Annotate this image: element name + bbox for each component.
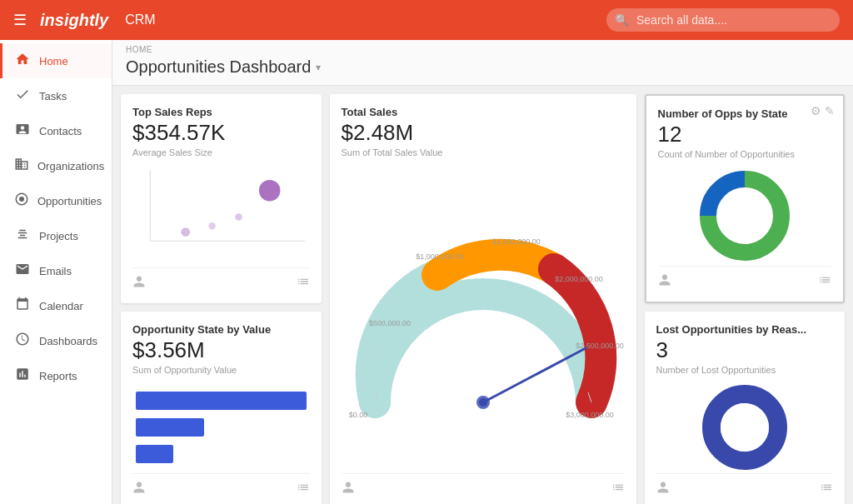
svg-text:$500,000.00: $500,000.00 [368, 319, 410, 327]
emails-icon [14, 262, 31, 280]
total-sales-person-icon[interactable] [342, 481, 355, 497]
total-sales-list-icon[interactable] [611, 481, 625, 497]
lost-opps-person-icon[interactable] [656, 481, 670, 497]
home-icon [14, 52, 31, 70]
sidebar-item-dashboards[interactable]: Dashboards [0, 323, 112, 358]
hbar-row-2 [136, 418, 307, 437]
top-sales-subtitle: Average Sales Size [132, 147, 310, 157]
sidebar-label-tasks: Tasks [39, 90, 67, 102]
opps-state-title: Number of Opps by State [658, 107, 832, 120]
dashboard-grid: Top Sales Reps $354.57K Average Sales Si… [112, 86, 853, 504]
lost-opps-donut-area [656, 382, 834, 473]
sidebar-label-dashboards: Dashboards [39, 335, 97, 347]
svg-point-7 [235, 213, 242, 221]
app-header: ☰ insightly CRM 🔍 [0, 0, 853, 40]
gauge-chart: $0.00 $500,000.00 $1,000,000.00 $1,500,0… [342, 194, 625, 444]
lost-opps-list-icon[interactable] [820, 481, 833, 497]
tasks-icon [14, 87, 31, 105]
main-content: HOME Opportunities Dashboard ▾ Top Sales… [112, 40, 853, 504]
card-top-sales: Top Sales Reps $354.57K Average Sales Si… [121, 94, 322, 303]
sidebar-item-organizations[interactable]: Organizations [0, 148, 112, 183]
svg-text:$3,000,000.00: $3,000,000.00 [566, 411, 614, 419]
sidebar-label-emails: Emails [39, 265, 72, 277]
card-lost-opps: Lost Opportunities by Reas... 3 Number o… [645, 312, 846, 504]
sidebar-item-projects[interactable]: Projects [0, 218, 112, 253]
app-logo: insightly [40, 11, 108, 30]
sidebar-label-projects: Projects [39, 230, 78, 242]
sidebar-label-home: Home [39, 55, 68, 67]
opps-state-donut-area [658, 166, 832, 266]
card-opp-state-value: Opportunity State by Value $3.56M Sum of… [121, 312, 322, 504]
svg-point-17 [479, 398, 487, 407]
svg-line-16 [483, 348, 586, 402]
crm-label: CRM [125, 12, 155, 27]
sidebar-item-contacts[interactable]: Contacts [0, 113, 112, 148]
opp-state-val-subtitle: Sum of Opportunity Value [132, 365, 310, 375]
sidebar-item-home[interactable]: Home [0, 43, 112, 78]
svg-point-4 [259, 180, 281, 202]
opps-state-donut [695, 166, 795, 266]
sidebar-item-tasks[interactable]: Tasks [0, 78, 112, 113]
sidebar-label-opportunities: Opportunities [37, 195, 102, 207]
sidebar-item-reports[interactable]: Reports [0, 358, 112, 393]
lost-opps-value: 3 [656, 337, 834, 363]
svg-point-1 [19, 197, 24, 202]
card-opps-by-state: ⚙ ✎ Number of Opps by State 12 Count of … [645, 94, 846, 303]
total-sales-title: Total Sales [342, 106, 625, 118]
svg-point-22 [718, 189, 771, 242]
opps-state-person-icon[interactable] [658, 273, 671, 290]
top-sales-list-icon[interactable] [297, 275, 310, 292]
svg-text:$0.00: $0.00 [348, 411, 367, 419]
sidebar-label-reports: Reports [39, 370, 77, 382]
contacts-icon [14, 122, 31, 140]
search-input[interactable] [606, 8, 840, 32]
svg-text:$2,000,000.00: $2,000,000.00 [555, 275, 603, 283]
lost-opps-footer [656, 473, 834, 497]
card-total-sales: Total Sales $2.48M Sum of Total Sales Va… [330, 94, 636, 504]
opp-state-val-list-icon[interactable] [297, 481, 310, 497]
sidebar: Home Tasks Contacts Organizations Opport… [0, 40, 112, 504]
opp-state-val-title: Opportunity State by Value [132, 323, 310, 336]
opps-state-subtitle: Count of Number of Opportunities [658, 149, 832, 159]
app-body: Home Tasks Contacts Organizations Opport… [0, 40, 853, 504]
lost-opps-subtitle: Number of Lost Opportunities [656, 365, 834, 375]
dashboard-dropdown-arrow[interactable]: ▾ [316, 62, 321, 73]
lost-opps-title: Lost Opportunities by Reas... [656, 323, 834, 336]
organizations-icon [14, 157, 29, 175]
page-title-row: Opportunities Dashboard ▾ [112, 54, 853, 86]
opps-state-footer [658, 266, 832, 290]
top-sales-person-icon[interactable] [132, 275, 146, 292]
top-sales-footer [132, 267, 310, 292]
top-sales-value: $354.57K [132, 120, 310, 146]
opportunities-icon [14, 192, 29, 210]
menu-icon[interactable]: ☰ [13, 11, 27, 29]
sidebar-label-organizations: Organizations [37, 160, 104, 172]
total-sales-subtitle: Sum of Total Sales Value [342, 147, 625, 157]
search-wrapper: 🔍 [606, 8, 840, 32]
sidebar-item-emails[interactable]: Emails [0, 253, 112, 288]
sidebar-label-calendar: Calendar [39, 300, 83, 312]
opp-state-val-footer [132, 473, 310, 497]
breadcrumb: HOME [112, 40, 853, 54]
sidebar-label-contacts: Contacts [39, 125, 82, 137]
svg-point-5 [181, 227, 190, 237]
reports-icon [14, 367, 31, 385]
svg-text:$1,500,000.00: $1,500,000.00 [492, 237, 541, 246]
dashboards-icon [14, 332, 31, 350]
total-sales-value: $2.48M [342, 120, 625, 146]
lost-opps-donut [699, 382, 791, 473]
total-sales-footer [342, 473, 625, 497]
gauge-area: $0.00 $500,000.00 $1,000,000.00 $1,500,0… [342, 164, 625, 473]
sidebar-item-opportunities[interactable]: Opportunities [0, 183, 112, 218]
svg-text:$1,000,000.00: $1,000,000.00 [416, 252, 464, 261]
svg-point-6 [208, 222, 216, 230]
opp-state-val-person-icon[interactable] [132, 481, 146, 497]
gear-button[interactable]: ⚙ ✎ [811, 104, 835, 117]
projects-icon [14, 227, 31, 245]
sidebar-item-calendar[interactable]: Calendar [0, 288, 112, 323]
opps-state-list-icon[interactable] [818, 273, 831, 290]
top-sales-title: Top Sales Reps [132, 106, 310, 118]
calendar-icon [14, 297, 31, 315]
opp-state-val-value: $3.56M [132, 337, 310, 363]
page-title: Opportunities Dashboard [126, 57, 311, 77]
